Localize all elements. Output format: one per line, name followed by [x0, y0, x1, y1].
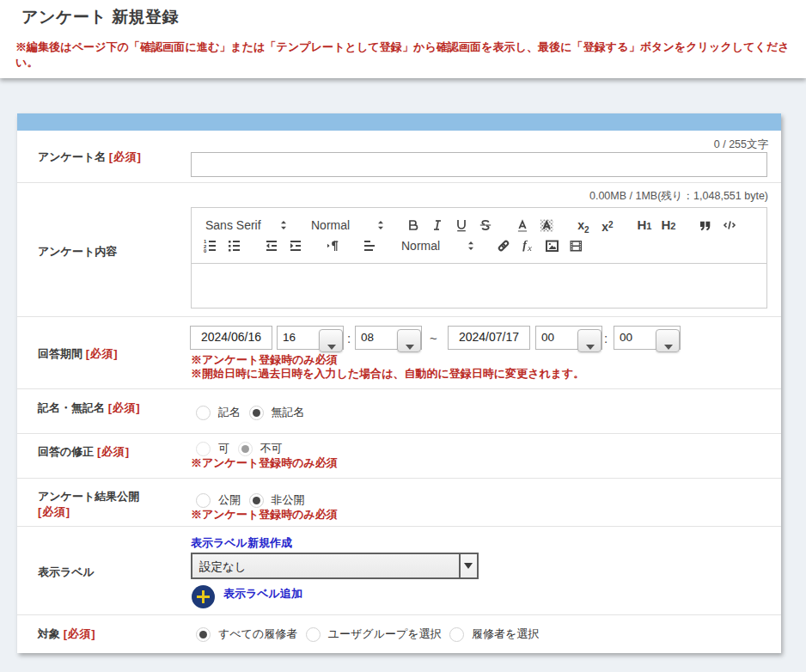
svg-text:0: 0: [204, 248, 207, 254]
